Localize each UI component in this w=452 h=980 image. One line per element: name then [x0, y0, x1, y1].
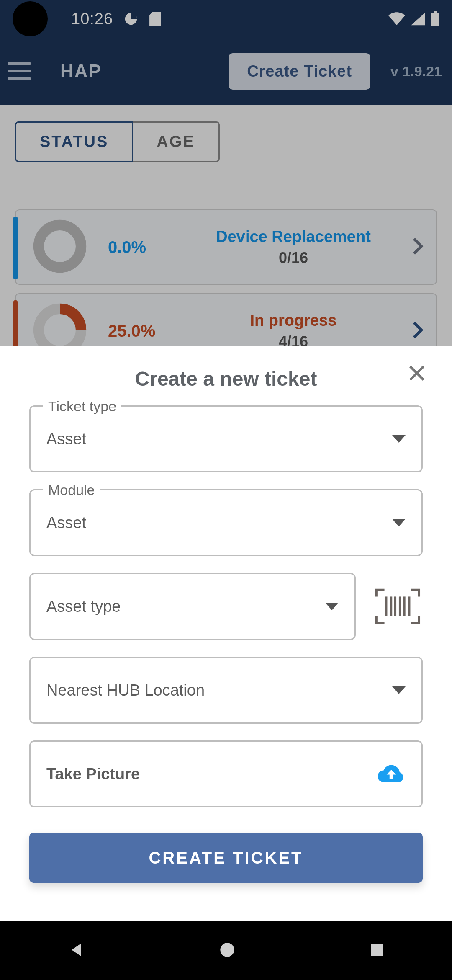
- svg-point-12: [220, 943, 234, 957]
- chevron-down-icon: [392, 435, 406, 443]
- create-ticket-sheet: Create a new ticket Ticket type Asset Mo…: [0, 346, 452, 921]
- barcode-scan-icon[interactable]: [372, 585, 423, 627]
- android-navbar: [0, 921, 452, 980]
- close-icon[interactable]: [407, 363, 427, 387]
- field-placeholder: Asset type: [46, 598, 121, 616]
- nav-recents-icon[interactable]: [369, 942, 385, 959]
- sheet-title: Create a new ticket: [135, 367, 317, 390]
- field-placeholder: Nearest HUB Location: [46, 681, 205, 699]
- submit-create-ticket-button[interactable]: CREATE TICKET: [29, 833, 423, 883]
- field-label: Module: [43, 482, 100, 498]
- field-value: Asset: [46, 430, 86, 448]
- hub-location-select[interactable]: Nearest HUB Location: [29, 657, 423, 724]
- nav-home-icon[interactable]: [219, 941, 236, 960]
- asset-type-select[interactable]: Asset type: [29, 573, 356, 640]
- module-select[interactable]: Module Asset: [29, 489, 423, 556]
- chevron-down-icon: [325, 603, 339, 610]
- field-label: Ticket type: [43, 398, 121, 415]
- take-picture-button[interactable]: Take Picture: [29, 740, 423, 807]
- cloud-upload-icon: [377, 763, 406, 784]
- chevron-down-icon: [392, 519, 406, 526]
- field-label: Take Picture: [46, 765, 140, 783]
- svg-rect-13: [371, 944, 383, 956]
- modal-scrim[interactable]: [0, 0, 452, 346]
- nav-back-icon[interactable]: [67, 941, 85, 961]
- field-value: Asset: [46, 514, 86, 532]
- chevron-down-icon: [392, 686, 406, 694]
- ticket-type-select[interactable]: Ticket type Asset: [29, 405, 423, 472]
